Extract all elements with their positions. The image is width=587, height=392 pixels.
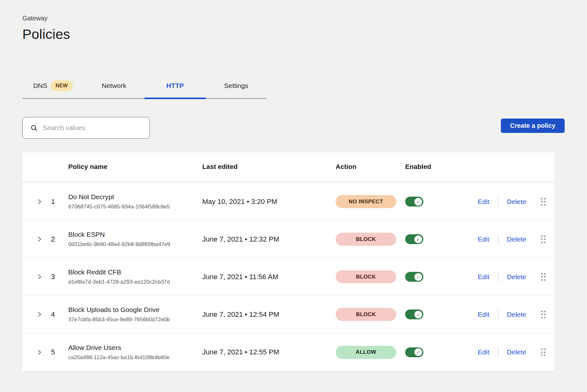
search-box — [22, 117, 150, 139]
last-edited: June 7, 2021 • 12:54 PM — [202, 310, 336, 319]
row-actions: Edit Delete — [468, 310, 546, 319]
tab-http-label: HTTP — [166, 82, 184, 90]
action-badge: BLOCK — [336, 308, 396, 321]
chevron-right-icon — [37, 312, 42, 317]
action-cell: BLOCK — [336, 233, 405, 246]
chevron-right-icon — [37, 199, 42, 204]
action-badge: NO INSPECT — [336, 195, 396, 208]
enabled-cell: ✓ — [405, 347, 468, 357]
policy-uuid: 0d31be6c-9b90-48a4-92b8-9d8f09ba47e9 — [68, 241, 202, 248]
search-input[interactable] — [43, 124, 144, 132]
expand-row-button[interactable] — [30, 274, 48, 279]
delete-link[interactable]: Delete — [507, 273, 526, 281]
enabled-toggle[interactable]: ✓ — [405, 309, 423, 319]
table-row: 3 Block Reddit CFB d1ef8a7d-3eb1-4728-a2… — [22, 258, 554, 296]
toggle-check-icon: ✓ — [414, 273, 422, 281]
enabled-cell: ✓ — [405, 309, 468, 319]
drag-handle-icon[interactable] — [541, 311, 546, 318]
table-row: 5 Allow Drive Users ca25a488-112a-45ac-b… — [22, 333, 554, 371]
last-edited: June 7, 2021 • 11:56 AM — [202, 273, 336, 281]
table-header-row: Policy name Last edited Action Enabled — [22, 152, 554, 183]
row-number: 4 — [48, 310, 68, 319]
breadcrumb: Gateway — [22, 0, 565, 22]
expand-row-button[interactable] — [30, 312, 48, 317]
new-badge: NEW — [51, 80, 72, 91]
tab-network[interactable]: Network — [84, 73, 145, 98]
expand-row-button[interactable] — [30, 199, 48, 204]
last-edited: June 7, 2021 • 12:55 PM — [202, 348, 336, 356]
action-cell: ALLOW — [336, 346, 405, 359]
policy-name-cell: Block ESPN 0d31be6c-9b90-48a4-92b8-9d8f0… — [68, 231, 202, 248]
enabled-cell: ✓ — [405, 234, 468, 244]
enabled-cell: ✓ — [405, 272, 468, 282]
edit-link[interactable]: Edit — [478, 273, 489, 281]
chevron-right-icon — [37, 350, 42, 355]
policy-name: Allow Drive Users — [68, 344, 202, 352]
drag-handle-icon[interactable] — [541, 348, 546, 356]
row-number: 2 — [48, 235, 68, 243]
delete-link[interactable]: Delete — [507, 348, 526, 356]
policy-name: Do Not Decrypt — [68, 193, 202, 201]
edit-link[interactable]: Edit — [478, 198, 489, 206]
row-actions: Edit Delete — [468, 197, 546, 207]
expand-row-button[interactable] — [30, 236, 48, 242]
policy-name-cell: Do Not Decrypt 67068745-c075-4685-934a-1… — [68, 193, 202, 210]
delete-link[interactable]: Delete — [507, 198, 526, 206]
divider — [498, 347, 498, 357]
create-policy-button[interactable]: Create a policy — [501, 119, 565, 133]
action-cell: BLOCK — [336, 308, 405, 321]
delete-link[interactable]: Delete — [507, 311, 526, 318]
toggle-check-icon: ✓ — [414, 236, 422, 243]
row-number: 5 — [48, 348, 68, 356]
tab-http[interactable]: HTTP — [145, 73, 206, 98]
policy-name: Block Reddit CFB — [68, 268, 202, 276]
tab-settings-label: Settings — [224, 82, 248, 90]
policy-name-cell: Allow Drive Users ca25a488-112a-45ac-ba1… — [68, 344, 202, 361]
policy-uuid: 67068745-c075-4685-934a-1064f588c8e5 — [68, 204, 202, 210]
chevron-right-icon — [37, 236, 42, 242]
tab-dns-label: DNS — [33, 82, 47, 90]
action-badge: ALLOW — [336, 346, 396, 359]
drag-handle-icon[interactable] — [541, 198, 546, 206]
row-actions: Edit Delete — [468, 235, 546, 244]
enabled-toggle[interactable]: ✓ — [405, 272, 423, 282]
column-enabled: Enabled — [405, 163, 468, 171]
column-policy-name: Policy name — [68, 163, 202, 171]
divider — [498, 310, 498, 319]
page-title: Policies — [22, 26, 565, 42]
edit-link[interactable]: Edit — [478, 311, 489, 318]
chevron-right-icon — [37, 274, 42, 279]
tab-dns[interactable]: DNS NEW — [22, 73, 84, 98]
policy-name-cell: Block Reddit CFB d1ef8a7d-3eb1-4728-a293… — [68, 268, 202, 285]
expand-row-button[interactable] — [30, 350, 48, 355]
toggle-check-icon: ✓ — [414, 311, 422, 318]
tab-network-label: Network — [102, 82, 126, 90]
action-badge: BLOCK — [336, 233, 396, 246]
edit-link[interactable]: Edit — [478, 236, 489, 243]
toolbar: Create a policy — [22, 117, 565, 139]
divider — [498, 272, 498, 282]
enabled-toggle[interactable]: ✓ — [405, 197, 423, 207]
search-icon — [30, 124, 38, 132]
gateway-policies-page: Gateway Policies DNS NEW Network HTTP Se… — [0, 0, 587, 371]
column-action: Action — [336, 163, 405, 171]
toggle-check-icon: ✓ — [414, 198, 422, 206]
last-edited: May 10, 2021 • 3:20 PM — [202, 198, 336, 206]
toggle-check-icon: ✓ — [414, 348, 422, 356]
table-row: 4 Block Uploads to Google Drive 37e7cbfa… — [22, 296, 554, 333]
edit-link[interactable]: Edit — [478, 348, 489, 356]
column-last-edited: Last edited — [202, 163, 336, 171]
tab-settings[interactable]: Settings — [206, 73, 267, 98]
table-body: 1 Do Not Decrypt 67068745-c075-4685-934a… — [22, 183, 554, 371]
drag-handle-icon[interactable] — [541, 236, 546, 243]
row-actions: Edit Delete — [468, 347, 546, 357]
enabled-toggle[interactable]: ✓ — [405, 347, 423, 357]
row-actions: Edit Delete — [468, 272, 546, 282]
drag-handle-icon[interactable] — [541, 273, 546, 281]
last-edited: June 7, 2021 • 12:32 PM — [202, 235, 336, 243]
delete-link[interactable]: Delete — [507, 236, 526, 243]
enabled-toggle[interactable]: ✓ — [405, 234, 423, 244]
row-number: 3 — [48, 273, 68, 281]
tab-bar: DNS NEW Network HTTP Settings — [22, 73, 267, 99]
table-row: 2 Block ESPN 0d31be6c-9b90-48a4-92b8-9d8… — [22, 221, 554, 258]
